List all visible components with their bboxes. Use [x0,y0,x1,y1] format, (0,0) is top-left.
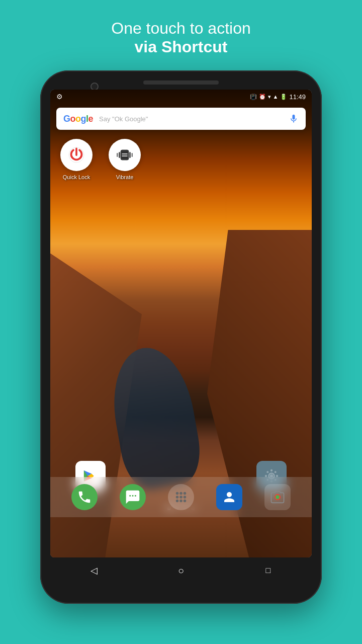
svg-point-20 [176,492,179,495]
dock-phone[interactable] [71,484,98,510]
bottom-dock [50,477,312,517]
svg-rect-2 [119,152,120,158]
svg-point-26 [176,500,179,503]
dock-contacts[interactable] [216,484,242,510]
vibrate-status-icon: 📳 [250,94,257,100]
quick-lock-shortcut[interactable]: Quick Lock [56,139,97,180]
time-display: 11:49 [289,93,306,101]
vibrate-label: Vibrate [116,174,134,180]
nav-bar: ◁ ○ □ [50,559,312,582]
svg-point-25 [184,496,187,499]
dock-area: Play Store [50,461,312,517]
signal-icon: ▲ [273,94,279,100]
dock-camera[interactable] [264,484,291,510]
vibrate-shortcut[interactable]: Vibrate [105,139,145,180]
google-search-bar[interactable]: Google Say "Ok Google" [56,108,306,130]
mic-icon[interactable] [289,114,299,124]
header-line1: One touch to action [111,19,251,38]
quick-lock-icon-bg [60,139,93,171]
power-icon [67,146,85,164]
phone-screen: ⚙ 📳 ⏰ ▾ ▲ 🔋 11:49 Google Say "Ok Google" [50,90,312,557]
svg-rect-4 [117,153,118,157]
google-logo: Google [63,114,93,124]
header-line2: via Shortcut [111,38,251,56]
back-button[interactable]: ◁ [84,560,104,581]
status-right: 📳 ⏰ ▾ ▲ 🔋 11:49 [250,93,306,101]
phone-frame: ⚙ 📳 ⏰ ▾ ▲ 🔋 11:49 Google Say "Ok Google" [40,70,322,604]
status-bar: ⚙ 📳 ⏰ ▾ ▲ 🔋 11:49 [50,90,312,104]
svg-point-28 [184,500,187,503]
svg-rect-5 [132,153,133,157]
svg-point-21 [179,492,183,495]
search-placeholder-text: Say "Ok Google" [99,115,289,123]
vibrate-icon-bg [109,139,141,171]
svg-point-24 [179,496,183,499]
svg-rect-3 [129,152,131,158]
header-section: One touch to action via Shortcut [111,0,251,70]
phone-speaker [143,80,219,85]
svg-rect-1 [121,150,129,160]
battery-icon: 🔋 [280,94,287,100]
vibrate-icon [115,145,135,165]
quick-lock-label: Quick Lock [63,174,90,180]
svg-point-27 [179,500,183,503]
dock-launcher[interactable] [168,484,194,510]
svg-point-22 [184,492,187,495]
dock-hangouts[interactable] [120,484,146,510]
wifi-icon: ▾ [268,94,271,100]
home-button[interactable]: ○ [171,560,191,581]
alarm-icon: ⏰ [259,94,266,100]
svg-point-16 [266,471,268,473]
svg-point-23 [176,496,179,499]
svg-point-12 [270,469,273,471]
shortcuts-row: Quick Lock Vibrate [56,139,145,180]
recents-button[interactable]: □ [258,560,278,581]
status-settings-icon: ⚙ [56,93,64,101]
svg-point-17 [275,471,277,473]
